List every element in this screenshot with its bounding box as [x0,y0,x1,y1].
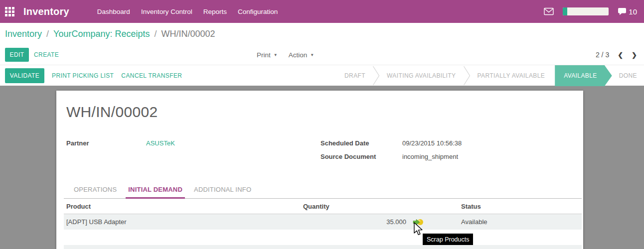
menu-item-reports[interactable]: Reports [203,8,227,15]
top-menu: Dashboard Inventory Control Reports Conf… [97,8,278,15]
table-row[interactable]: [ADPT] USB Adapter 35.000 Available [64,214,582,230]
menu-item-configuration[interactable]: Configuration [238,8,278,15]
field-scheduled-date: Scheduled Date 09/23/2015 10:56:38 [321,139,462,147]
discuss-count: 10 [629,7,637,16]
planner-progressbar[interactable] [563,7,609,15]
initial-demand-table: Product Quantity Status [ADPT] USB Adapt… [64,199,582,230]
stage-waiting-availability[interactable]: WAITING AVAILABILITY [380,72,463,79]
discuss-messages[interactable]: 10 [618,7,637,16]
tab-bar: OPERATIONS INITIAL DEMAND ADDITIONAL INF… [64,182,582,199]
print-dropdown-label: Print [257,51,271,59]
stage-separator-icon [463,66,471,86]
topbar-right: 10 [544,7,644,16]
form-notebook: OPERATIONS INITIAL DEMAND ADDITIONAL INF… [64,182,582,230]
stage-done[interactable]: DONE [612,72,644,79]
stage-draft[interactable]: DRAFT [337,72,372,79]
edit-button[interactable]: EDIT [5,48,29,62]
app-title: Inventory [23,6,69,17]
field-partner: Partner ASUSTeK [66,139,321,147]
topbar: Inventory Dashboard Inventory Control Re… [0,0,644,23]
apps-grid-icon[interactable] [5,7,14,16]
stage-available-active[interactable]: AVAILABLE [555,65,612,86]
cell-product[interactable]: [ADPT] USB Adapter [64,218,303,226]
field-value-scheduled-date: 09/23/2015 10:56:38 [402,139,462,147]
cell-status[interactable]: Available [461,218,582,226]
chat-bubble-icon [618,7,627,15]
table-header: Product Quantity Status [64,199,582,214]
breadcrumb: Inventory / YourCompany: Receipts / WH/I… [0,23,644,45]
field-label-source-document: Source Document [321,153,402,160]
status-buttons: VALIDATE PRINT PICKING LIST CANCEL TRANS… [5,65,182,86]
stage-separator-icon [372,66,380,86]
cancel-transfer-button[interactable]: CANCEL TRANSFER [121,72,182,79]
record-title: WH/IN/00002 [66,104,583,121]
pager: 2 / 3 ❮ ❯ [596,45,637,65]
breadcrumb-item-current: WH/IN/00002 [161,29,215,39]
field-source-document: Source Document incoming_shipment [321,153,462,160]
stage-partially-available[interactable]: PARTIALLY AVAILABLE [471,72,552,79]
chevron-down-icon: ▼ [274,53,278,57]
print-dropdown[interactable]: Print ▼ [257,51,278,59]
menu-item-inventory-control[interactable]: Inventory Control [141,8,192,15]
validate-button[interactable]: VALIDATE [5,68,44,83]
column-header-quantity[interactable]: Quantity [303,203,406,210]
breadcrumb-item-inventory[interactable]: Inventory [5,29,42,39]
form-fields: Partner ASUSTeK Scheduled Date 09/23/201… [66,139,573,160]
action-dropdown-label: Action [289,51,308,59]
breadcrumb-separator: / [46,29,49,39]
field-group-right: Scheduled Date 09/23/2015 10:56:38 Sourc… [321,139,462,160]
field-label-scheduled-date: Scheduled Date [321,139,402,147]
action-dropdown[interactable]: Action ▼ [289,51,314,59]
envelope-icon[interactable] [544,7,554,15]
form-sheet: WH/IN/00002 Partner ASUSTeK Scheduled Da… [56,91,583,249]
field-value-source-document: incoming_shipment [402,153,458,160]
field-value-partner[interactable]: ASUSTeK [146,139,175,147]
create-button[interactable]: CREATE [34,48,59,62]
pager-next-icon[interactable]: ❯ [632,51,637,59]
column-header-product[interactable]: Product [64,203,303,210]
pager-prev-icon[interactable]: ❮ [618,51,623,59]
next-section-band [64,245,582,249]
print-picking-list-button[interactable]: PRINT PICKING LIST [52,72,114,79]
tab-initial-demand[interactable]: INITIAL DEMAND [126,186,185,199]
control-row: EDIT CREATE Print ▼ Action ▼ 2 / 3 ❮ ❯ [0,45,644,65]
tab-additional-info[interactable]: ADDITIONAL INFO [191,186,254,198]
breadcrumb-separator: / [155,29,157,39]
cell-quantity[interactable]: 35.000 [303,218,406,226]
field-label-partner: Partner [66,139,146,147]
menu-item-dashboard[interactable]: Dashboard [97,8,130,15]
breadcrumb-item-receipts[interactable]: YourCompany: Receipts [53,29,150,39]
cell-icon [406,219,461,226]
column-header-status[interactable]: Status [461,203,582,210]
chevron-down-icon: ▼ [310,53,314,57]
planner-progressbar-fill [563,7,567,15]
status-pipeline: DRAFT WAITING AVAILABILITY PARTIALLY AVA… [337,65,644,86]
tab-operations[interactable]: OPERATIONS [71,186,119,198]
scrap-products-icon[interactable] [413,219,424,226]
field-group-left: Partner ASUSTeK [66,139,321,160]
tooltip: Scrap Products [423,234,473,245]
status-row: VALIDATE PRINT PICKING LIST CANCEL TRANS… [0,65,644,86]
pager-value: 2 / 3 [596,51,609,59]
action-dropdowns: Print ▼ Action ▼ [257,45,314,65]
